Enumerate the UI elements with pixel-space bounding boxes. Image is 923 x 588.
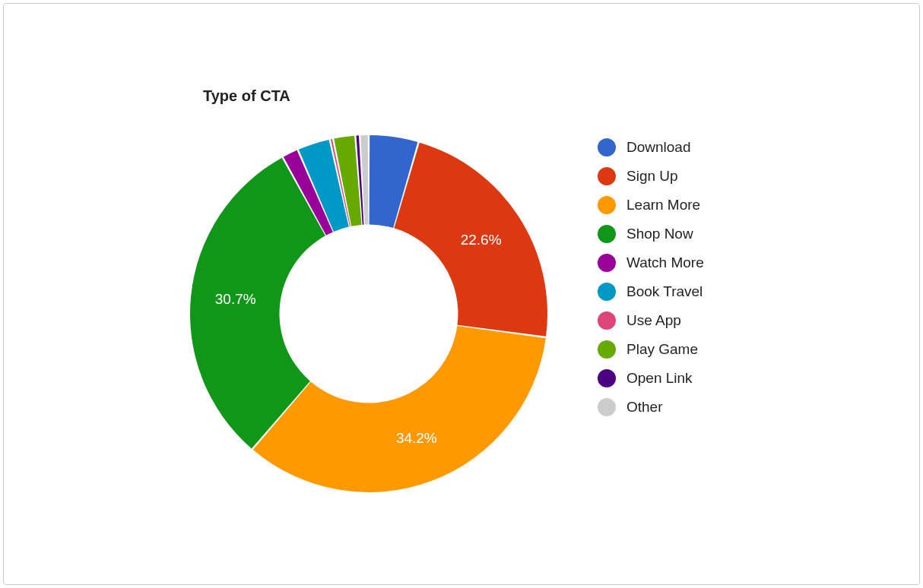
donut-svg: 22.6%34.2%30.7% — [179, 124, 559, 504]
slice-label: 22.6% — [461, 232, 502, 248]
legend-label: Sign Up — [626, 168, 678, 185]
legend-item[interactable]: Learn More — [598, 191, 704, 220]
chart-title: Type of CTA — [203, 87, 290, 105]
legend-item[interactable]: Sign Up — [598, 162, 704, 191]
legend-swatch — [598, 369, 616, 387]
legend-swatch — [598, 398, 616, 416]
legend-item[interactable]: Book Travel — [598, 277, 704, 306]
legend-swatch — [598, 225, 616, 243]
legend-item[interactable]: Use App — [598, 306, 704, 335]
legend-swatch — [598, 196, 616, 214]
slice-label: 30.7% — [215, 291, 256, 307]
donut-chart: 22.6%34.2%30.7% — [179, 124, 559, 504]
slice-label: 34.2% — [396, 430, 437, 446]
donut-slice — [253, 326, 546, 492]
legend-item[interactable]: Watch More — [598, 248, 704, 277]
legend-label: Shop Now — [626, 226, 693, 242]
legend-item[interactable]: Other — [598, 393, 704, 422]
legend-swatch — [598, 340, 616, 359]
legend-item[interactable]: Open Link — [598, 364, 704, 393]
legend-swatch — [598, 167, 616, 185]
legend-item[interactable]: Play Game — [598, 335, 704, 364]
legend-swatch — [598, 254, 616, 272]
legend-label: Watch More — [626, 254, 704, 271]
legend-label: Learn More — [626, 197, 700, 213]
legend-label: Open Link — [626, 370, 693, 387]
chart-legend: DownloadSign UpLearn MoreShop NowWatch M… — [598, 133, 704, 422]
chart-card: Type of CTA 22.6%34.2%30.7% DownloadSign… — [3, 3, 920, 585]
legend-label: Book Travel — [626, 283, 703, 300]
legend-label: Use App — [626, 312, 681, 329]
legend-item[interactable]: Shop Now — [598, 220, 704, 248]
legend-item[interactable]: Download — [598, 133, 704, 162]
legend-label: Other — [626, 399, 663, 416]
legend-swatch — [598, 283, 616, 301]
legend-label: Download — [626, 139, 691, 156]
legend-swatch — [598, 138, 616, 156]
legend-swatch — [598, 311, 616, 330]
legend-label: Play Game — [626, 341, 698, 358]
